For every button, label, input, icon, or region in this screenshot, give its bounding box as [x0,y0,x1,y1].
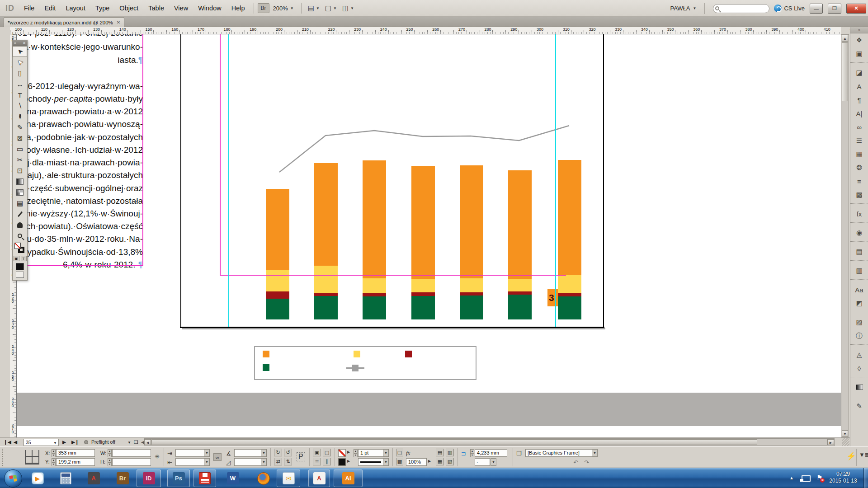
tab-close-icon[interactable]: ✕ [117,20,120,25]
eyedropper-tool[interactable] [13,209,27,220]
next-page-button[interactable]: ▶ [62,439,66,445]
scale-y-field[interactable] [175,458,204,466]
cs-live[interactable]: CS Live [774,5,805,12]
chevron-down-icon[interactable]: ▼ [127,441,131,445]
first-page-button[interactable]: ❙◀ [4,439,11,445]
stroke-style-combo[interactable] [358,458,383,466]
type-tool[interactable]: T [13,89,27,100]
scripts-panel-icon[interactable]: ✎ [850,399,868,413]
fill-swatch[interactable] [14,243,21,249]
stroke-flyout-arrow[interactable]: ▶ [347,450,350,454]
stroke-panel-icon[interactable]: ☰ [850,134,868,147]
corner-options-icon[interactable]: ⊐ [461,450,466,457]
action-center-flag-icon[interactable]: ⚑✕ [816,474,822,482]
formatting-button[interactable]: ▣ [14,256,19,261]
ruler-guide[interactable] [228,34,229,327]
horizontal-ruler[interactable]: 1001101201301401501601701801902002102202… [10,27,841,34]
media-player[interactable]: ▶ [28,469,47,487]
rectangle-tool[interactable]: ▭ [13,144,27,155]
align-panel-icon[interactable]: ≡ [850,174,868,188]
reference-point-proxy[interactable] [25,450,39,465]
y-stepper[interactable]: ▲▼ [52,458,56,466]
pen-tool[interactable]: ✒ [13,111,27,122]
corner-shape-combo[interactable]: ⌐ [475,458,490,466]
go-to-child-button[interactable]: ∥ [323,458,331,465]
network-icon[interactable] [802,475,811,482]
tray-expand-icon[interactable]: ▲ [789,474,794,481]
character-styles-panel-icon[interactable]: A [850,80,868,93]
word[interactable]: W [222,469,243,487]
chevron-down-icon[interactable]: ▼ [491,458,496,466]
gradient-panel-icon[interactable] [850,380,868,394]
rotation-field[interactable] [234,449,261,457]
close-icon[interactable]: ✕ [23,41,26,45]
selection-tool[interactable]: ➤ [13,46,27,57]
chevron-down-icon[interactable]: ▼ [204,458,210,466]
last-page-button[interactable]: ▶❙ [71,439,79,445]
assignments-panel-icon[interactable]: ▨ [850,315,868,329]
collapse-icon[interactable]: « [14,41,16,45]
hand-tool[interactable] [13,220,27,230]
gradient-swatch-tool[interactable] [13,176,27,187]
page-tool[interactable]: ▯ [13,68,27,79]
paragraph-styles-panel-icon[interactable]: ◪ [850,66,868,80]
menu-object[interactable]: Object [114,2,143,14]
select-container-button[interactable]: ▣ [313,449,321,456]
arrange-documents-dropdown[interactable]: ◫▼ [340,3,357,13]
vertical-scroll-thumb[interactable] [842,42,848,101]
flip-vertical-button[interactable]: ⇅ [284,458,292,465]
effects-menu[interactable]: fx [406,450,410,457]
text-wrap-panel-icon[interactable]: ◉ [850,226,868,239]
x-stepper[interactable]: ▲▼ [52,449,56,457]
fill-stroke-proxy[interactable] [13,241,27,255]
acrobat[interactable]: A [84,469,103,487]
ruler-guide[interactable] [555,34,556,327]
pages-panel-icon[interactable]: ▣ [850,47,868,61]
stroke-weight-field[interactable]: 1 pt [358,449,383,457]
chevron-down-icon[interactable]: ▼ [592,449,598,457]
h-stepper[interactable]: ▲▼ [108,458,112,466]
preflight-menu-icon[interactable]: ❏ [134,439,138,445]
previous-page-button[interactable]: ◀ [14,439,17,445]
restore-button[interactable]: ❐ [828,4,841,14]
gradient-feather-tool[interactable] [13,187,27,198]
opacity-field[interactable]: 100% [406,458,427,466]
zoom-tool[interactable] [13,230,27,241]
bridge-button[interactable]: Br [258,3,269,13]
wrap-jump-button[interactable]: ▧ [446,458,454,465]
zoom-level-combo[interactable]: 200% ▼ [269,5,297,12]
frame-tool[interactable]: ⊠ [13,133,27,144]
opacity-flyout-arrow[interactable]: ▶ [428,459,431,463]
calculator[interactable] [56,469,75,487]
paragraph-panel-icon[interactable]: ¶ [850,93,868,107]
document-tab[interactable]: *wzorzec z modyfikacją poznan.indd @ 200… [4,17,124,27]
link-scale-button[interactable]: ∞ [213,453,222,461]
constrain-proportions-icon[interactable]: ✳ [155,453,160,460]
mail-client[interactable]: ✉ [277,469,300,487]
panel-drag-handle[interactable] [2,449,4,466]
apply-color-button[interactable] [16,263,24,270]
menu-edit[interactable]: Edit [39,2,61,14]
photoshop[interactable]: Ps [167,469,190,487]
w-stepper[interactable]: ▲▼ [108,449,112,457]
color-panel-icon[interactable]: ❂ [850,161,868,174]
workspace-switcher[interactable]: PAWŁA ▼ [670,5,696,12]
line-tool[interactable]: ∖ [13,100,27,111]
indesign[interactable]: ID [137,469,161,487]
flip-horizontal-button[interactable]: ⇄ [274,458,282,465]
select-content-button[interactable]: ▢ [323,449,331,456]
formatting-button[interactable]: T [21,256,27,261]
search-input[interactable] [713,4,769,13]
close-button[interactable]: ✕ [846,4,866,14]
view-options-dropdown[interactable]: ▤▼ [305,3,322,13]
table-panel-icon[interactable]: ▦ [850,147,868,161]
clear-overrides-icon[interactable]: ↶ [573,459,578,466]
go-to-parent-button[interactable]: ≣ [313,458,321,465]
scroll-left-arrow[interactable]: ◀ [144,439,151,445]
panel-menu-icon[interactable]: ▼≣ [859,451,868,458]
minimize-button[interactable]: — [810,4,823,14]
dock-expand-button[interactable]: « [850,27,868,33]
direct-selection-tool[interactable]: ➤ [13,57,27,68]
chevron-down-icon[interactable]: ▼ [261,458,267,466]
opacity-icon[interactable]: ▩ [396,458,403,465]
